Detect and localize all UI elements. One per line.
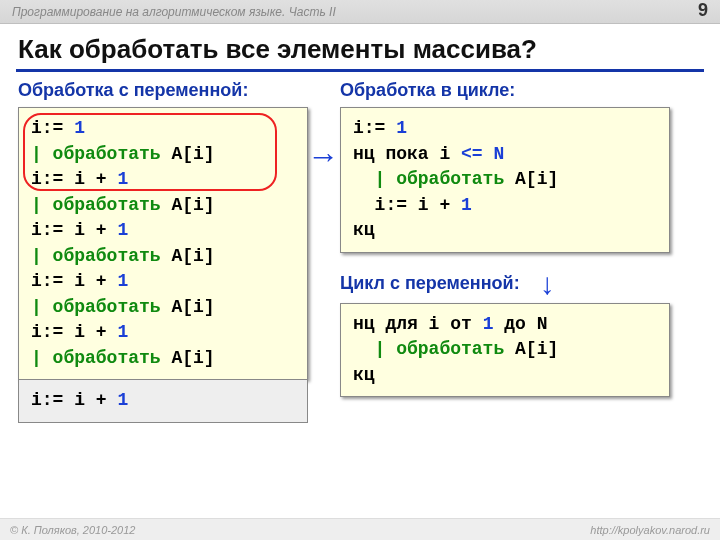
code-text: A[i] xyxy=(515,169,558,189)
code-number: 1 xyxy=(117,169,128,189)
code-text: i:= i + xyxy=(31,169,117,189)
code-keyword: от xyxy=(450,314,482,334)
code-keyword: кц xyxy=(353,220,375,240)
code-keyword: нц для xyxy=(353,314,418,334)
code-text: A[i] xyxy=(171,348,214,368)
code-number: 1 xyxy=(117,390,128,410)
code-text: i xyxy=(418,314,450,334)
label-loop-proc: Обработка в цикле: xyxy=(340,80,670,101)
code-number: 1 xyxy=(117,220,128,240)
code-op: <= N xyxy=(461,144,504,164)
title-rule xyxy=(16,69,704,72)
code-text: i:= i + xyxy=(31,322,117,342)
content: Обработка с переменной: i:= 1 | обработа… xyxy=(0,80,720,520)
code-text: i:= xyxy=(31,118,74,138)
code-text: i:= xyxy=(353,118,396,138)
code-variable-extra: i:= i + 1 xyxy=(18,380,308,423)
slide-title: Как обработать все элементы массива? xyxy=(0,24,720,69)
footer-url: http://kpolyakov.narod.ru xyxy=(590,524,710,536)
arrow-down-icon: ↓ xyxy=(540,269,555,299)
code-comment: | обработать xyxy=(31,246,171,266)
code-number: 1 xyxy=(117,322,128,342)
code-number: 1 xyxy=(117,271,128,291)
code-comment: | обработать xyxy=(31,348,171,368)
code-text: A[i] xyxy=(515,339,558,359)
code-comment: | обработать xyxy=(31,144,171,164)
code-number: 1 xyxy=(396,118,407,138)
code-comment: | обработать xyxy=(353,339,515,359)
code-keyword: до N xyxy=(493,314,547,334)
code-number: 1 xyxy=(461,195,472,215)
page-number: 9 xyxy=(698,0,708,21)
footer: © К. Поляков, 2010-2012 http://kpolyakov… xyxy=(0,518,720,540)
code-text: i:= i + xyxy=(31,220,117,240)
label-for-proc: Цикл с переменной: xyxy=(340,273,520,294)
footer-copyright: © К. Поляков, 2010-2012 xyxy=(10,524,135,536)
code-text: A[i] xyxy=(171,144,214,164)
code-variable: i:= 1 | обработать A[i] i:= i + 1 | обра… xyxy=(18,107,308,380)
code-keyword: нц пока xyxy=(353,144,429,164)
code-text: i xyxy=(429,144,461,164)
code-text: i:= i + xyxy=(353,195,461,215)
code-text: A[i] xyxy=(171,297,214,317)
col-right: Обработка в цикле: i:= 1 нц пока i <= N … xyxy=(340,80,670,397)
code-text: A[i] xyxy=(171,246,214,266)
code-comment: | обработать xyxy=(31,297,171,317)
code-keyword: кц xyxy=(353,365,375,385)
label-variable-proc: Обработка с переменной: xyxy=(18,80,308,101)
arrow-right-icon: → xyxy=(307,138,339,175)
topbar: Программирование на алгоритмическом язык… xyxy=(0,0,720,24)
code-text: i:= i + xyxy=(31,271,117,291)
code-text: i:= i + xyxy=(31,390,117,410)
code-number: 1 xyxy=(483,314,494,334)
code-text: A[i] xyxy=(171,195,214,215)
code-comment: | обработать xyxy=(353,169,515,189)
code-comment: | обработать xyxy=(31,195,171,215)
col-left: Обработка с переменной: i:= 1 | обработа… xyxy=(18,80,308,423)
code-while: i:= 1 нц пока i <= N | обработать A[i] i… xyxy=(340,107,670,253)
slide: Программирование на алгоритмическом язык… xyxy=(0,0,720,540)
code-for: нц для i от 1 до N | обработать A[i] кц xyxy=(340,303,670,398)
course-name: Программирование на алгоритмическом язык… xyxy=(12,5,336,19)
code-number: 1 xyxy=(74,118,85,138)
